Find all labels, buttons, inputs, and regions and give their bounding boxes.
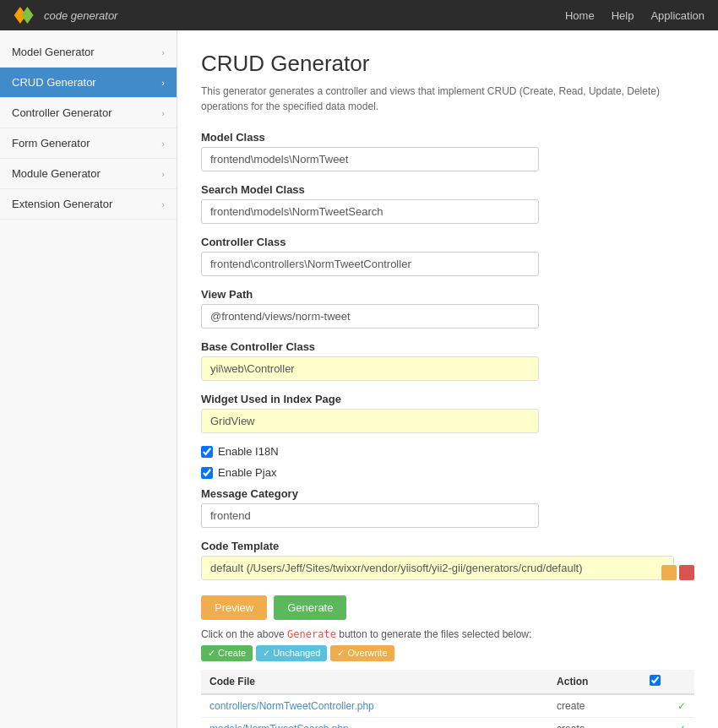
- label-view-path: View Path: [201, 288, 694, 301]
- generate-button[interactable]: Generate: [274, 595, 346, 620]
- field-controller-class: Controller Class: [201, 236, 694, 276]
- navbar: code generator Home Help Application: [0, 0, 718, 30]
- check-icon: ✓: [677, 723, 686, 728]
- code-file-link[interactable]: controllers/NormTweetController.php: [209, 700, 374, 712]
- brand-text: code generator: [44, 9, 117, 22]
- swatch-red: [679, 565, 694, 580]
- field-base-controller-class: Base Controller Class: [201, 340, 694, 381]
- field-message-category: Message Category: [201, 487, 694, 528]
- nav-links: Home Help Application: [565, 9, 704, 22]
- select-all-checkbox[interactable]: [650, 675, 661, 686]
- sidebar-item-module-generator[interactable]: Module Generator ›: [0, 159, 177, 189]
- action-cell: create: [548, 718, 641, 729]
- checkbox-i18n-row: Enable I18N: [201, 445, 694, 458]
- sidebar-item-label: Controller Generator: [12, 106, 112, 119]
- label-code-template: Code Template: [201, 540, 694, 552]
- swatch-orange: [661, 565, 677, 580]
- code-file-link[interactable]: models/NormTweetSearch.php: [209, 723, 349, 728]
- table-row: controllers/NormTweetController.php crea…: [201, 694, 694, 718]
- label-model-class: Model Class: [201, 131, 694, 144]
- button-row: Preview Generate: [201, 595, 694, 620]
- sidebar-item-crud-generator[interactable]: CRUD Generator ›: [0, 68, 177, 98]
- field-code-template: Code Template: [201, 540, 694, 580]
- badge-unchanged: ✓ Unchanged: [256, 645, 327, 661]
- input-controller-class[interactable]: [201, 252, 539, 276]
- sidebar-item-form-generator[interactable]: Form Generator ›: [0, 128, 177, 159]
- sidebar-item-extension-generator[interactable]: Extension Generator ›: [0, 189, 177, 220]
- generate-line-text: Click on the above Generate button to ge…: [201, 628, 531, 640]
- chevron-right-icon: ›: [161, 169, 165, 179]
- chevron-right-icon: ›: [161, 139, 165, 149]
- field-model-class: Model Class: [201, 131, 694, 171]
- input-code-template[interactable]: [201, 556, 674, 580]
- input-search-model-class[interactable]: [201, 199, 539, 224]
- main-content: CRUD Generator This generator generates …: [177, 30, 718, 728]
- label-i18n: Enable I18N: [218, 445, 279, 458]
- input-view-path[interactable]: [201, 304, 539, 329]
- sidebar-item-label: Model Generator: [12, 46, 95, 58]
- chevron-right-icon: ›: [161, 199, 165, 209]
- nav-home[interactable]: Home: [565, 9, 595, 22]
- checkbox-pjax-row: Enable Pjax: [201, 466, 694, 479]
- check-cell: ✓: [641, 694, 694, 718]
- label-base-controller-class: Base Controller Class: [201, 340, 694, 353]
- sidebar-item-label: Form Generator: [12, 137, 90, 149]
- sidebar-item-label: Module Generator: [12, 167, 101, 180]
- input-widget[interactable]: [201, 409, 539, 433]
- field-search-model-class: Search Model Class: [201, 183, 694, 224]
- chevron-right-icon: ›: [161, 47, 165, 57]
- table-header-check: [641, 670, 694, 694]
- input-base-controller-class[interactable]: [201, 356, 539, 381]
- badge-overwrite: ✓ Overwrite: [330, 645, 394, 661]
- chevron-right-icon: ›: [161, 108, 165, 118]
- sidebar-item-model-generator[interactable]: Model Generator ›: [0, 37, 177, 68]
- checkbox-pjax[interactable]: [201, 467, 213, 479]
- checkbox-i18n[interactable]: [201, 446, 213, 458]
- field-widget: Widget Used in Index Page: [201, 393, 694, 433]
- generate-line: Click on the above Generate button to ge…: [201, 628, 694, 661]
- table-row: models/NormTweetSearch.php create ✓: [201, 718, 694, 729]
- chevron-right-icon: ›: [161, 78, 165, 88]
- nav-help[interactable]: Help: [612, 9, 634, 22]
- color-swatches: [661, 565, 694, 580]
- brand: code generator: [14, 7, 117, 24]
- badge-create: ✓ Create: [201, 645, 253, 661]
- sidebar-item-controller-generator[interactable]: Controller Generator ›: [0, 98, 177, 128]
- check-cell: ✓: [641, 718, 694, 729]
- page-description: This generator generates a controller an…: [201, 84, 694, 114]
- table-header-code-file: Code File: [201, 670, 548, 694]
- svg-marker-1: [21, 7, 33, 24]
- label-search-model-class: Search Model Class: [201, 183, 694, 196]
- code-files-table: Code File Action controllers/NormTweetCo…: [201, 670, 694, 728]
- action-cell: create: [548, 694, 641, 718]
- input-model-class[interactable]: [201, 147, 539, 171]
- layout: Model Generator › CRUD Generator › Contr…: [0, 30, 718, 728]
- legend-badges: ✓ Create ✓ Unchanged ✓ Overwrite: [201, 645, 394, 661]
- nav-application[interactable]: Application: [650, 9, 704, 22]
- page-title: CRUD Generator: [201, 51, 694, 77]
- preview-button[interactable]: Preview: [201, 595, 267, 620]
- sidebar-item-label: CRUD Generator: [12, 76, 96, 89]
- label-pjax: Enable Pjax: [218, 466, 276, 479]
- check-icon: ✓: [677, 700, 686, 712]
- yii-logo-icon: [14, 7, 39, 24]
- label-controller-class: Controller Class: [201, 236, 694, 248]
- label-message-category: Message Category: [201, 487, 694, 500]
- table-header-action: Action: [548, 670, 641, 694]
- sidebar-item-label: Extension Generator: [12, 198, 112, 210]
- field-view-path: View Path: [201, 288, 694, 329]
- input-message-category[interactable]: [201, 503, 539, 528]
- generate-keyword: Generate: [287, 628, 336, 640]
- label-widget: Widget Used in Index Page: [201, 393, 694, 405]
- sidebar: Model Generator › CRUD Generator › Contr…: [0, 30, 177, 728]
